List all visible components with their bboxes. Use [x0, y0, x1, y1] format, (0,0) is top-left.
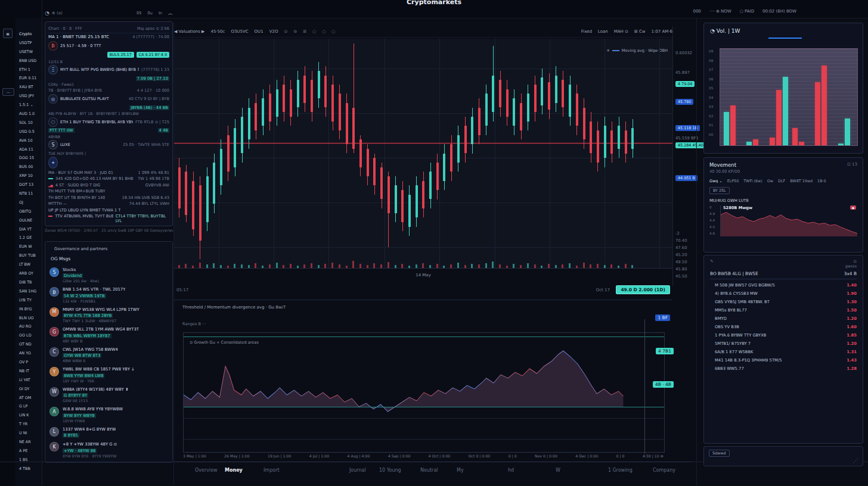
ticker-rail-item[interactable]: A PE — [16, 447, 42, 456]
header-menu-item[interactable]: ···· ⊕ NOW — [709, 9, 731, 14]
ticker-rail-item[interactable]: NB IT — [16, 367, 42, 376]
ticker-rail-item[interactable]: USD JPY — [16, 92, 42, 101]
news-item[interactable]: SStocksDividend(28w 191 8w · 4bw) — [49, 267, 168, 283]
watchlist-summary-row[interactable]: MA 1 · BNBT TUBE 25.15 BTC4 (777777) · 7… — [48, 35, 169, 39]
ticker-rail-item[interactable]: LYB TY — [16, 296, 42, 305]
ticker-rail-item[interactable]: OJ — [16, 198, 42, 207]
ticker-rail-item[interactable]: OV P — [16, 358, 42, 367]
news-link[interactable]: Dividend — [63, 273, 83, 278]
status-bar-item[interactable]: Import — [264, 468, 280, 473]
watchlist-coin-row[interactable]: ₿25 517 · 4.59 · 0 TTT — [48, 41, 169, 51]
loser-row[interactable]: GBS VYB5J 5MB 4BTBW. BT1.30 — [710, 300, 857, 304]
news-item[interactable]: ₿BNB 1.54 WS VTR · TWL 2017Y54 W 2 VWWB … — [49, 287, 168, 303]
news-item[interactable]: MMNRY GP WS38 WYG WL4 L2PB 1TWYBYW 47S 7… — [49, 307, 168, 323]
ticker-rail-item[interactable]: LT BW — [16, 260, 42, 269]
loser-row[interactable]: BMYD1.20 — [710, 316, 857, 321]
ticker-rail-item[interactable]: G LP — [16, 402, 42, 411]
ticker-rail-item[interactable]: AVA 10 — [16, 136, 42, 145]
coin-link-value[interactable]: 4 4B — [158, 128, 169, 133]
ticker-rail-item[interactable]: NTB 11 — [16, 189, 42, 198]
ticker-rail-item[interactable]: LIN K — [16, 411, 42, 420]
movers-tab[interactable]: TWFi (6w) — [743, 179, 762, 183]
ticker-rail-item[interactable]: OBITQ — [16, 207, 42, 216]
saved-chip[interactable]: Sdwwd — [709, 450, 730, 457]
status-bar-item[interactable]: hd — [508, 468, 514, 473]
watchlist-coin-row[interactable]: SLUXE25 05 · TAVTE WHA STE — [48, 140, 169, 149]
ticker-rail-item[interactable]: DIB TB — [16, 278, 42, 287]
oscillator-subtitle[interactable]: Ranges B ··· — [182, 322, 206, 326]
ticker-rail-item[interactable]: T YR — [16, 420, 42, 429]
volume-bar-chart[interactable]: May 08Jun 09Jul 14Aug 10Sep 04Oct 18 — [720, 48, 858, 146]
chart-tool-icon[interactable]: ○ — [312, 29, 316, 34]
status-bar-item[interactable]: Company — [653, 468, 675, 473]
ticker-rail-item[interactable]: DOT 13 — [16, 180, 42, 189]
movers-tab[interactable]: ELP50 — [727, 179, 739, 183]
ticker-rail-item[interactable]: EUR 9.11 — [16, 74, 42, 83]
news-item[interactable]: GOMWB 9LL 2TB 1YM AWB WG4 BYT3TBTB WBL W… — [49, 327, 168, 342]
ticker-rail-item[interactable]: OO LD — [16, 331, 42, 340]
settings-icon[interactable]: ⊙ — [853, 259, 857, 264]
news-link[interactable]: BTB WBL W8YM 18Y87 — [63, 334, 111, 338]
chart-toolbar-item[interactable]: 45·50c — [210, 29, 225, 34]
watchlist-handle[interactable]: ⊕ (a) — [52, 11, 63, 15]
drag-handle-icon[interactable]: ⋰ — [853, 458, 858, 463]
news-link[interactable]: +YW · 48YW 88 — [63, 448, 97, 453]
ticker-rail-item[interactable]: USD 0.5 — [16, 127, 42, 136]
news-item[interactable]: L1337 WW4 8+G 8YW 8YW8 8Y85 — [49, 427, 168, 438]
chevron-up-icon[interactable]: ︿ — [168, 10, 173, 17]
loser-row[interactable]: OBS YV B3B1.60 — [710, 325, 857, 329]
movers-tab[interactable]: BW8T 19wd — [790, 179, 813, 183]
status-bar-item[interactable]: 1 Growing — [608, 468, 633, 473]
watchlist-stat-row[interactable]: MA · BUY 57 QUM MAY 3 · JUD 011 099 4% 4… — [48, 170, 169, 175]
chart-tool-icon[interactable]: ⊖ — [293, 29, 297, 34]
status-bar-item[interactable]: W — [556, 468, 560, 473]
bar-group[interactable]: Aug 10 — [792, 128, 804, 145]
ticker-rail-item[interactable]: EUR W — [16, 242, 42, 251]
status-bar-item[interactable]: Overview — [195, 468, 218, 473]
losers-header-left[interactable]: BO BW5B 4LG | BW5E — [710, 271, 758, 276]
ticker-rail-item[interactable]: BNB USD — [16, 57, 42, 66]
spark-area[interactable]: 5280B Mwgw ▪ — [720, 205, 857, 236]
coin-link-value[interactable]: 7.09 0B | 27.10 — [136, 76, 169, 81]
movers-corner-icon[interactable]: ⊡ 13 — [847, 162, 857, 168]
watchlist-filter[interactable]: Chart · 0 · 8 · FFF — [48, 26, 82, 31]
loser-row[interactable]: 6A/B 1 E77 W5BBK1.31 — [710, 350, 857, 354]
chart-toolbar-item[interactable]: ◀ Valuations ▶ — [174, 29, 204, 34]
collapse-rail-icon[interactable]: — — [2, 88, 14, 96]
loser-row[interactable]: MM5s BY8 BL771.50 — [710, 308, 857, 313]
ticker-rail-item[interactable]: SAN 1HG — [16, 287, 42, 296]
chart-toolbar-item[interactable]: OU1 — [255, 29, 264, 34]
ticker-rail-item[interactable]: BUS 00 — [16, 163, 42, 172]
ticker-rail-item[interactable]: USETW — [16, 48, 42, 57]
bar-group[interactable]: Oct 18 — [838, 119, 850, 145]
watchlist-alert-row[interactable]: TTV ATBUWIL MVBL TVYT BUBLICTL4 TTBY TTB… — [48, 214, 169, 223]
header-menu-item[interactable]: 000 — [693, 9, 700, 14]
movers-tab[interactable]: 1B·0 — [817, 179, 826, 183]
ticker-rail-item[interactable]: ADA 11 — [16, 145, 42, 154]
ticker-rail-item[interactable]: DOG 15 — [16, 154, 42, 163]
loser-row[interactable]: 4) BY8.6 CY55B3 MW1.90 — [710, 291, 857, 296]
chart-tool-icon[interactable]: ⊞ — [303, 29, 306, 34]
movers-tab[interactable]: Ow — [767, 179, 773, 183]
status-bar-item[interactable]: Journal — [349, 468, 366, 473]
loser-row[interactable]: 1 PYA.6 BYBW TTY GBYXB1.85 — [710, 333, 857, 338]
watchlist-stat-row[interactable]: ▂▅4 ST · SUDD BYD T DIGGVBYVB ANI — [48, 183, 169, 188]
watchlist-stat-row[interactable]: TH MUTT TVB BM+BUB TUBY — [48, 189, 169, 194]
oscillator-plot[interactable]: ⊙ Growth Gu + Consolidated areas — [183, 332, 665, 453]
ticker-rail-item[interactable]: XAU BT — [16, 83, 42, 92]
edit-icon[interactable]: ✎ — [710, 259, 714, 264]
news-link[interactable]: 8YW 8YY W8Y8 — [63, 413, 96, 418]
bar-group[interactable]: May 08 — [724, 105, 736, 145]
ticker-rail-item[interactable]: AN YO — [16, 349, 42, 358]
chart-toolbar-item[interactable]: V2O — [269, 29, 278, 34]
header-menu-item[interactable]: ○ PAID — [740, 9, 754, 14]
watchlist-alert-row[interactable]: UP JP LTD LBUD UYN BMBT TVWA 1 T — [48, 208, 169, 213]
ticker-rail-item[interactable]: U NI — [16, 429, 42, 438]
news-link[interactable]: 54 W 2 VWWB 19TB — [63, 294, 106, 298]
watchlist-action[interactable]: 05 — [137, 11, 141, 15]
oscillator-time-axis[interactable]: 3 May | 1:0026 May | 1:0019 Jun | 1:004 … — [183, 454, 664, 458]
news-link[interactable]: GYW W8 8TW 8T3 — [63, 353, 101, 358]
news-link[interactable]: 8W8 YYW 8W4 LW8 — [63, 373, 104, 378]
ticker-rail-item[interactable]: ARB OY — [16, 269, 42, 278]
watchlist-filter-right[interactable]: Maj apse ⊙ 2:56 — [137, 26, 169, 31]
